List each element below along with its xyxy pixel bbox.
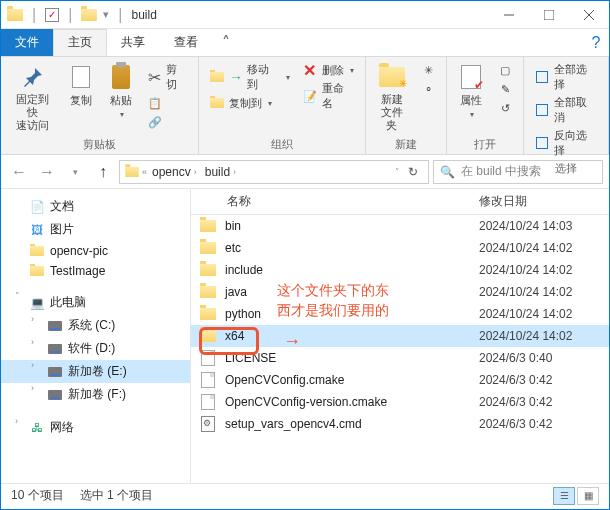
invert-icon	[534, 135, 550, 151]
recent-locations-button[interactable]: ▾	[63, 160, 87, 184]
invert-selection-button[interactable]: 反向选择	[530, 127, 602, 159]
pin-to-quick-access-button[interactable]: 固定到快 速访问	[7, 61, 59, 135]
file-tab[interactable]: 文件	[1, 29, 53, 56]
file-row[interactable]: LICENSE2024/6/3 0:40	[191, 347, 609, 369]
select-all-label: 全部选择	[554, 62, 598, 92]
column-date-header[interactable]: 修改日期	[479, 193, 609, 210]
maximize-button[interactable]	[529, 1, 569, 28]
chevron-right-icon[interactable]: ›	[233, 167, 236, 177]
checkbox-icon[interactable]: ✓	[45, 8, 59, 22]
chevron-right-icon[interactable]: ›	[31, 337, 34, 347]
sidebar-item-drive[interactable]: 软件 (D:)	[1, 337, 190, 360]
file-row[interactable]: python2024/10/24 14:02	[191, 303, 609, 325]
new-group-label: 新建	[372, 135, 441, 152]
share-tab[interactable]: 共享	[107, 29, 160, 56]
sidebar-item-folder[interactable]: opencv-pic	[1, 241, 190, 261]
chevron-right-icon[interactable]: ›	[15, 416, 18, 426]
file-date: 2024/6/3 0:40	[479, 351, 609, 365]
chevron-right-icon[interactable]: «	[142, 167, 147, 177]
details-view-button[interactable]: ☰	[553, 487, 575, 505]
column-headers: 名称 修改日期	[191, 189, 609, 215]
easy-access-button[interactable]: ⚬	[416, 80, 440, 98]
new-item-button[interactable]: ✳	[416, 61, 440, 79]
new-folder-button[interactable]: 新建 文件夹	[372, 61, 413, 135]
delete-button[interactable]: ✕ 删除 ▾	[298, 61, 359, 79]
svg-rect-1	[544, 10, 554, 20]
search-input[interactable]: 🔍 在 build 中搜索	[433, 160, 603, 184]
sidebar-item-label: opencv-pic	[50, 244, 108, 258]
paste-button[interactable]: 粘贴 ▾	[103, 61, 139, 121]
history-icon: ↺	[497, 100, 513, 116]
file-row[interactable]: OpenCVConfig.cmake2024/6/3 0:42	[191, 369, 609, 391]
breadcrumb-segment[interactable]: opencv ›	[149, 165, 200, 179]
chevron-right-icon[interactable]: ˅	[15, 291, 20, 301]
history-button[interactable]: ↺	[493, 99, 517, 117]
close-button[interactable]	[569, 1, 609, 28]
rename-button[interactable]: 📝 重命名	[298, 80, 359, 112]
select-all-button[interactable]: 全部选择	[530, 61, 602, 93]
pin-icon	[19, 63, 47, 91]
sidebar-item-folder[interactable]: TestImage	[1, 261, 190, 281]
chevron-right-icon[interactable]: ›	[31, 314, 34, 324]
navigation-pane[interactable]: 📄文档 🖼图片 opencv-pic TestImage ˅💻此电脑 ›系统 (…	[1, 189, 191, 483]
status-bar: 10 个项目 选中 1 个项目 ☰ ▦	[1, 483, 609, 507]
file-row[interactable]: x642024/10/24 14:02	[191, 325, 609, 347]
sidebar-item-drive[interactable]: 系统 (C:)	[1, 314, 190, 337]
ribbon: 固定到快 速访问 复制 粘贴 ▾ ✂ 剪切 📋 🔗	[1, 57, 609, 155]
chevron-right-icon[interactable]: ›	[31, 360, 34, 370]
file-row[interactable]: etc2024/10/24 14:02	[191, 237, 609, 259]
rename-icon: 📝	[302, 88, 318, 104]
copy-path-button[interactable]: 📋	[143, 94, 193, 112]
paste-shortcut-button[interactable]: 🔗	[143, 113, 193, 131]
breadcrumb[interactable]: build	[205, 165, 230, 179]
sidebar-item-label: 新加卷 (E:)	[68, 363, 127, 380]
copy-to-button[interactable]: 复制到 ▾	[205, 94, 294, 112]
file-row[interactable]: bin2024/10/24 14:03	[191, 215, 609, 237]
status-selected-count: 选中 1 个项目	[80, 487, 153, 504]
file-name: python	[225, 307, 479, 321]
file-list[interactable]: bin2024/10/24 14:03etc2024/10/24 14:02in…	[191, 215, 609, 483]
properties-button[interactable]: 属性 ▾	[453, 61, 489, 121]
sidebar-item-label: 文档	[50, 198, 74, 215]
address-bar[interactable]: « opencv › build › ˅ ↻	[119, 160, 429, 184]
sidebar-item-this-pc[interactable]: 💻此电脑	[1, 291, 190, 314]
sidebar-item-documents[interactable]: 📄文档	[1, 195, 190, 218]
ribbon-collapse-icon[interactable]: ˄	[213, 29, 239, 56]
file-row[interactable]: setup_vars_opencv4.cmd2024/6/3 0:42	[191, 413, 609, 435]
column-name-header[interactable]: 名称	[191, 193, 479, 210]
chevron-right-icon[interactable]: ›	[194, 167, 197, 177]
refresh-button[interactable]: ↻	[402, 165, 424, 179]
delete-label: 删除	[322, 63, 344, 78]
breadcrumb[interactable]: opencv	[152, 165, 191, 179]
edit-button[interactable]: ✎	[493, 80, 517, 98]
pin-label: 固定到快 速访问	[11, 93, 55, 133]
file-row[interactable]: java2024/10/24 14:02	[191, 281, 609, 303]
view-tab[interactable]: 查看	[160, 29, 213, 56]
minimize-button[interactable]	[489, 1, 529, 28]
file-row[interactable]: include2024/10/24 14:02	[191, 259, 609, 281]
status-item-count: 10 个项目	[11, 487, 64, 504]
sidebar-item-network[interactable]: 🖧网络	[1, 416, 190, 439]
sidebar-item-pictures[interactable]: 🖼图片	[1, 218, 190, 241]
forward-button[interactable]: →	[35, 160, 59, 184]
help-icon[interactable]: ?	[583, 29, 609, 56]
move-to-button[interactable]: → 移动到 ▾	[205, 61, 294, 93]
select-none-button[interactable]: 全部取消	[530, 94, 602, 126]
qat-dropdown-icon[interactable]: ▾	[103, 8, 109, 21]
icons-view-button[interactable]: ▦	[577, 487, 599, 505]
chevron-right-icon[interactable]: ›	[31, 383, 34, 393]
home-tab[interactable]: 主页	[53, 29, 107, 56]
file-date: 2024/10/24 14:02	[479, 329, 609, 343]
chevron-down-icon: ▾	[470, 110, 474, 119]
breadcrumb-segment[interactable]: build ›	[202, 165, 239, 179]
copy-button[interactable]: 复制	[63, 61, 99, 110]
cut-button[interactable]: ✂ 剪切	[143, 61, 193, 93]
sidebar-item-drive[interactable]: 新加卷 (E:)	[1, 360, 190, 383]
up-button[interactable]: ↑	[91, 160, 115, 184]
back-button[interactable]: ←	[7, 160, 31, 184]
file-row[interactable]: OpenCVConfig-version.cmake2024/6/3 0:42	[191, 391, 609, 413]
sidebar-item-drive[interactable]: 新加卷 (F:)	[1, 383, 190, 406]
search-placeholder: 在 build 中搜索	[461, 163, 541, 180]
open-button[interactable]: ▢	[493, 61, 517, 79]
address-dropdown-icon[interactable]: ˅	[395, 167, 400, 177]
